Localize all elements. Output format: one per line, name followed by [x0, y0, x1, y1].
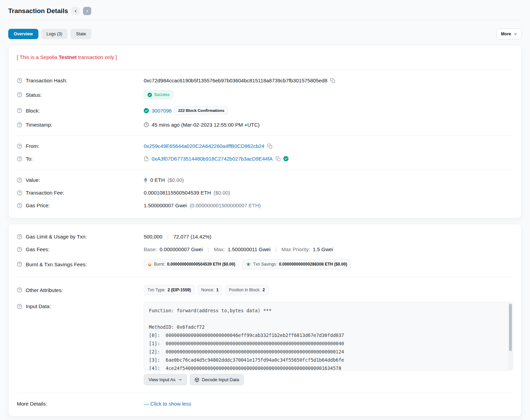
status-label: Status: — [26, 92, 42, 98]
copy-transaction-hash-button[interactable] — [330, 78, 335, 83]
txn-savings-badge: Txn Savings: 0.000000000000288308 ETH ($… — [242, 259, 351, 269]
help-icon — [17, 304, 22, 309]
input-data-actions: View Input As Decode Input Data — [144, 374, 513, 385]
input-data-content: Function: forward(address to,bytes data)… — [144, 302, 513, 371]
value-label: Value: — [26, 177, 40, 183]
txn-type-badge: Txn Type: 2 (EIP-1559) — [144, 285, 195, 295]
row-gas-limit: Gas Limit & Usage by Txn: 500,000 | 72,0… — [17, 230, 513, 243]
to-address-link[interactable]: 0xA3f07D6773514480b918C2742b027b3acD9E44… — [152, 156, 273, 162]
copy-icon — [275, 156, 281, 161]
gas-price-eth: (0.000000001500000007 ETH) — [190, 202, 261, 208]
page-header: Transaction Details — [8, 0, 522, 20]
next-transaction-button[interactable] — [83, 7, 91, 15]
divider — [17, 70, 513, 70]
position-in-block-badge: Position In Block: 2 — [225, 285, 269, 295]
view-input-as-button[interactable]: View Input As — [144, 374, 187, 385]
help-icon — [17, 92, 22, 97]
separator: | — [165, 234, 170, 240]
chevron-down-icon — [178, 378, 182, 382]
copy-from-address-button[interactable] — [267, 143, 272, 149]
help-icon — [17, 261, 22, 267]
scrollbar-track[interactable] — [508, 303, 513, 370]
input-data-box[interactable]: Function: forward(address to,bytes data)… — [144, 302, 513, 371]
burnt-savings-label: Burnt & Txn Savings Fees: — [26, 261, 87, 267]
timestamp-label: Timestamp: — [26, 122, 52, 128]
overview-card: [ This is a Sepolia Testnet transaction … — [8, 45, 522, 218]
input-data-label: Input Data: — [26, 303, 51, 309]
chevron-left-icon — [73, 9, 78, 13]
max-fee-value: 1.500000011 Gwei — [228, 246, 271, 252]
testnet-banner: [ This is a Sepolia Testnet transaction … — [17, 51, 513, 66]
row-other-attributes: Other Attributes: Txn Type: 2 (EIP-1559)… — [17, 281, 513, 299]
help-icon — [17, 190, 22, 196]
row-value: Value: 0 ETH ($0.00) — [17, 174, 513, 186]
copy-icon — [330, 78, 335, 83]
eth-icon — [144, 177, 148, 183]
row-burnt-savings: Burnt & Txn Savings Fees: Burnt: 0.00000… — [17, 256, 513, 273]
contract-file-icon — [144, 156, 149, 161]
value-usd: ($0.00) — [168, 177, 184, 183]
money-wings-icon — [246, 262, 251, 267]
more-dropdown-button[interactable]: More — [496, 28, 522, 39]
row-gas-price: Gas Price: 1.500000007 Gwei (0.000000001… — [17, 199, 513, 212]
help-icon — [17, 108, 22, 113]
help-icon — [17, 177, 22, 183]
gas-limit-label: Gas Limit & Usage by Txn: — [26, 234, 87, 240]
copy-icon — [267, 143, 272, 149]
gas-fees-label: Gas Fees: — [26, 246, 49, 252]
row-block: Block: 3007096 222 Block Confirmations — [17, 103, 513, 118]
show-less-link[interactable]: — Click to show less — [144, 401, 191, 407]
block-number-link[interactable]: 3007096 — [152, 108, 172, 114]
divider — [17, 169, 513, 170]
copy-to-address-button[interactable] — [275, 156, 281, 161]
help-icon — [17, 156, 22, 162]
help-icon — [17, 247, 22, 252]
tab-bar: Overview Logs (3) State More — [8, 28, 522, 39]
row-status: Status: Success — [17, 87, 513, 103]
gas-price-gwei: 1.500000007 Gwei — [144, 202, 187, 208]
row-transaction-hash: Transaction Hash: 0xc72d984ccac6190b5f13… — [17, 74, 513, 87]
help-icon — [17, 122, 22, 128]
flame-icon — [148, 262, 152, 267]
row-timestamp: Timestamp: 45 mins ago (Mar-02-2023 12:5… — [17, 118, 513, 131]
transaction-fee-amount: 0.000108115500504539 ETH — [144, 190, 211, 196]
divider — [17, 135, 513, 136]
row-more-details: More Details: — Click to show less — [17, 397, 513, 410]
tab-logs[interactable]: Logs (3) — [41, 29, 68, 39]
tab-state[interactable]: State — [70, 29, 91, 39]
separator: | — [205, 246, 211, 252]
row-input-data: Input Data: Function: forward(address to… — [17, 299, 513, 389]
from-address-link[interactable]: 0x259c49E65644a020C2A642260a4ffB0CD862cb… — [144, 143, 264, 149]
gas-limit-value: 500,000 — [144, 234, 162, 240]
decode-input-data-button[interactable]: Decode Input Data — [190, 374, 244, 385]
block-confirmations-badge: 222 Block Confirmations — [174, 106, 228, 115]
scrollbar-thumb[interactable] — [509, 304, 512, 351]
previous-transaction-button[interactable] — [71, 7, 80, 15]
row-gas-fees: Gas Fees: Base: 0.000000007 Gwei | Max: … — [17, 243, 513, 256]
chevron-right-icon — [85, 9, 90, 13]
help-icon — [17, 78, 22, 83]
check-circle-icon — [148, 93, 152, 97]
transaction-fee-usd: ($0.00) — [214, 190, 230, 196]
chevron-down-icon — [514, 32, 517, 36]
block-label: Block: — [26, 108, 40, 114]
tab-overview[interactable]: Overview — [8, 29, 38, 39]
burnt-badge: Burnt: 0.000000000000504539 ETH ($0.00) — [144, 259, 239, 269]
from-label: From: — [26, 143, 39, 149]
clock-icon — [144, 122, 149, 127]
help-icon — [17, 203, 22, 208]
details-card: Gas Limit & Usage by Txn: 500,000 | 72,0… — [8, 224, 522, 417]
check-circle-icon — [144, 108, 149, 113]
help-icon — [17, 143, 22, 149]
other-attributes-label: Other Attributes: — [26, 287, 63, 293]
page-title: Transaction Details — [8, 7, 68, 15]
nonce-badge: Nonce: 1 — [198, 285, 223, 295]
divider — [17, 393, 513, 393]
transaction-fee-label: Transaction Fee: — [26, 190, 64, 196]
divider — [17, 277, 513, 277]
value-amount: 0 ETH — [150, 177, 165, 183]
to-label: To: — [26, 156, 33, 162]
base-fee-label: Base: — [144, 246, 157, 252]
row-to: To: 0xA3f07D6773514480b918C2742b027b3acD… — [17, 152, 513, 165]
max-priority-value: 1.5 Gwei — [313, 246, 333, 252]
